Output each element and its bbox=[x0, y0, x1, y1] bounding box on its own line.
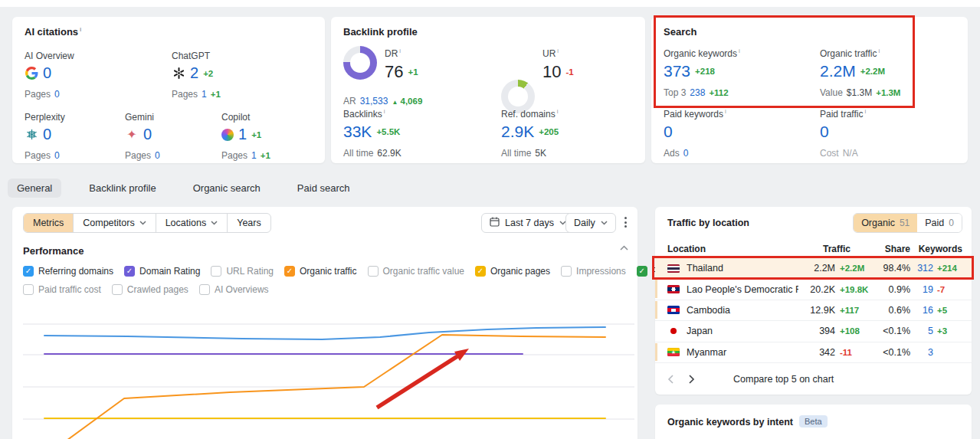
checkbox-box bbox=[23, 284, 34, 295]
cost-label: Cost bbox=[820, 148, 839, 159]
ar-label: AR bbox=[343, 96, 356, 106]
backlinks-label: Backlinks bbox=[343, 109, 382, 120]
table-row-myanmar[interactable]: Myanmar 342 -11 <0.1% 3 bbox=[655, 342, 972, 363]
checkbox-url-rating[interactable]: URL Rating bbox=[211, 266, 274, 277]
granularity-value: Daily bbox=[574, 218, 595, 228]
toggle-organic[interactable]: Organic51 bbox=[854, 214, 917, 232]
tab-general[interactable]: General bbox=[8, 179, 61, 198]
triangle-up-icon: ▲ bbox=[392, 99, 398, 106]
compare-top5-link[interactable]: Compare top 5 on chart bbox=[733, 374, 834, 385]
performance-chart[interactable] bbox=[12, 303, 637, 439]
tab-paid-search[interactable]: Paid search bbox=[288, 179, 359, 198]
location-name: Lao People's Democratic Reput bbox=[687, 284, 798, 295]
ads-value[interactable]: 0 bbox=[683, 148, 689, 159]
table-row-cambodia[interactable]: Cambodia 12.9K +117 0.6% 16 +5 bbox=[655, 300, 972, 321]
traffic-delta: -11 bbox=[835, 348, 873, 357]
perplexity-metric: Perplexity 0 Pages0 bbox=[25, 112, 65, 161]
segment-locations[interactable]: Locations bbox=[156, 214, 228, 232]
checkbox-label: Referring domains bbox=[38, 266, 113, 277]
performance-panel: Metrics Competitors Locations Years Last… bbox=[12, 207, 637, 439]
checkbox-impressions[interactable]: Impressions bbox=[561, 266, 626, 277]
tab-backlink-profile[interactable]: Backlink profile bbox=[80, 179, 165, 198]
toggle-paid[interactable]: Paid0 bbox=[917, 214, 962, 232]
metric-checkbox-row-1: Referring domains Domain Rating URL Rati… bbox=[23, 266, 695, 277]
paid-traffic-value[interactable]: 0 bbox=[820, 123, 829, 141]
column-keywords[interactable]: Keywords bbox=[910, 244, 962, 254]
traffic-value: 12.9K bbox=[798, 305, 835, 316]
organic-traffic-value[interactable]: 2.2M bbox=[820, 62, 856, 80]
date-range-selector[interactable]: Last 7 days bbox=[481, 213, 575, 233]
perplexity-icon bbox=[25, 128, 38, 142]
checkbox-organic-pages[interactable]: Organic pages bbox=[475, 266, 550, 277]
performance-section-title: Performance bbox=[23, 245, 84, 257]
checkbox-box bbox=[199, 284, 210, 295]
info-icon bbox=[382, 109, 385, 120]
table-row-japan[interactable]: Japan 394 +108 <0.1% 5 +3 bbox=[655, 321, 972, 342]
keywords-by-intent-title: Organic keywords by intentBeta bbox=[667, 415, 828, 428]
segment-metrics[interactable]: Metrics bbox=[24, 214, 74, 232]
location-table-header: Location Traffic Share Keywords bbox=[655, 241, 972, 257]
ar-line: AR 31,533 ▲ 4,069 bbox=[343, 96, 422, 106]
granularity-selector[interactable]: Daily bbox=[565, 213, 616, 233]
keywords-value[interactable]: 312 bbox=[910, 263, 933, 274]
checkbox-domain-rating[interactable]: Domain Rating bbox=[124, 266, 200, 277]
ur-metric: UR 10-1 bbox=[542, 48, 574, 82]
dr-label: DR bbox=[385, 48, 398, 59]
checkbox-organic-traffic[interactable]: Organic traffic bbox=[284, 266, 356, 277]
cost-value: N/A bbox=[843, 148, 858, 159]
keywords-value[interactable]: 16 bbox=[910, 305, 933, 316]
gemini-icon: ✦ bbox=[125, 128, 139, 142]
tab-organic-search[interactable]: Organic search bbox=[184, 179, 270, 198]
traffic-delta: +19.8K bbox=[835, 285, 873, 294]
checkbox-label: URL Rating bbox=[226, 266, 274, 277]
segment-competitors[interactable]: Competitors bbox=[74, 214, 156, 232]
checkbox-ai-overviews[interactable]: AI Overviews bbox=[199, 284, 269, 295]
keywords-value[interactable]: 5 bbox=[910, 326, 933, 336]
ai-overview-label: AI Overview bbox=[25, 51, 74, 61]
checkbox-label: Organic pages bbox=[490, 266, 550, 277]
pages-label: Pages bbox=[25, 150, 51, 161]
checkbox-label: Organic traffic bbox=[300, 266, 356, 277]
collapse-chevron-up-icon[interactable] bbox=[620, 245, 628, 251]
checkbox-label: Domain Rating bbox=[139, 266, 200, 277]
info-icon bbox=[556, 109, 559, 120]
ai-citations-card: AI citations AI Overview 0 Pages0 ChatGP… bbox=[12, 17, 325, 163]
column-location[interactable]: Location bbox=[667, 244, 775, 254]
checkbox-label: AI Overviews bbox=[215, 284, 269, 295]
pages-value[interactable]: 0 bbox=[54, 150, 60, 161]
table-row-thailand[interactable]: Thailand 2.2M +2.2M 98.4% 312 +214 bbox=[655, 258, 972, 279]
checkbox-organic-traffic-value[interactable]: Organic traffic value bbox=[368, 266, 465, 277]
checkbox-crawled-pages[interactable]: Crawled pages bbox=[112, 284, 188, 295]
keywords-delta: +5 bbox=[933, 306, 962, 315]
column-share[interactable]: Share bbox=[851, 244, 910, 254]
traffic-delta: +108 bbox=[835, 326, 873, 336]
prev-page-chevron-icon[interactable] bbox=[667, 372, 689, 387]
more-options-kebab-icon[interactable] bbox=[619, 215, 631, 231]
checkbox-paid-traffic-cost[interactable]: Paid traffic cost bbox=[23, 284, 101, 295]
paid-keywords-value[interactable]: 0 bbox=[664, 123, 673, 141]
ar-value[interactable]: 31,533 bbox=[360, 96, 388, 106]
checkbox-referring-domains[interactable]: Referring domains bbox=[23, 266, 113, 277]
info-icon bbox=[737, 48, 740, 59]
location-table-footer: Compare top 5 on chart bbox=[655, 372, 972, 387]
chevron-down-icon bbox=[139, 221, 146, 225]
organic-keywords-value[interactable]: 373 bbox=[664, 62, 690, 80]
backlinks-value[interactable]: 33K bbox=[343, 123, 372, 141]
pages-value[interactable]: 0 bbox=[54, 89, 60, 100]
top3-value[interactable]: 238 bbox=[690, 87, 705, 98]
dr-metric: DR 76+1 bbox=[385, 48, 418, 82]
segment-years[interactable]: Years bbox=[228, 214, 270, 232]
gemini-label: Gemini bbox=[125, 112, 160, 123]
pages-value[interactable]: 1 bbox=[251, 150, 257, 161]
keywords-value[interactable]: 3 bbox=[910, 347, 933, 358]
perplexity-label: Perplexity bbox=[25, 112, 65, 123]
pages-value[interactable]: 1 bbox=[202, 89, 207, 100]
cambodia-flag-icon bbox=[667, 306, 680, 314]
next-page-chevron-icon[interactable] bbox=[689, 372, 710, 387]
location-name: Cambodia bbox=[687, 305, 798, 316]
pages-value[interactable]: 0 bbox=[155, 150, 160, 161]
refdomains-value[interactable]: 2.9K bbox=[501, 123, 534, 141]
table-row-laos[interactable]: Lao People's Democratic Reput 20.2K +19.… bbox=[655, 279, 972, 300]
keywords-value[interactable]: 19 bbox=[910, 284, 933, 295]
column-traffic[interactable]: Traffic bbox=[775, 244, 851, 254]
